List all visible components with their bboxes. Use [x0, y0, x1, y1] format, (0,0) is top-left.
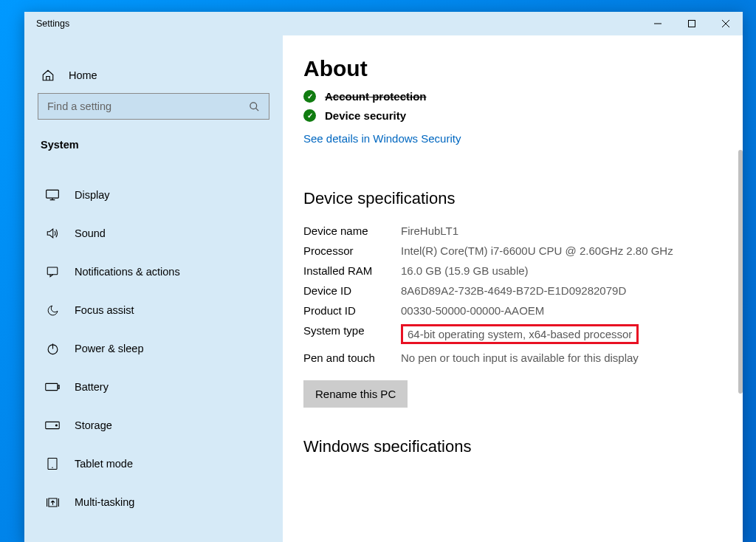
- spec-label-product-id: Product ID: [303, 304, 399, 317]
- security-label: Account protection: [325, 90, 427, 103]
- sidebar-item-notifications[interactable]: Notifications & actions: [38, 253, 269, 291]
- content-area: About ✓ Account protection ✓ Device secu…: [283, 35, 743, 542]
- home-icon: [41, 68, 55, 83]
- storage-icon: [45, 418, 60, 433]
- spec-label-system-type: System type: [303, 324, 399, 344]
- multitask-icon: [45, 495, 60, 510]
- sidebar-item-multitasking[interactable]: Multi-tasking: [38, 483, 269, 521]
- sidebar-heading-system: System: [38, 134, 269, 155]
- sidebar-item-focus-assist[interactable]: Focus assist: [38, 291, 269, 329]
- sidebar: Home System Display: [24, 35, 283, 542]
- spec-label-device-name: Device name: [303, 224, 399, 237]
- svg-point-1: [250, 102, 257, 109]
- spec-value-ram: 16.0 GB (15.9 GB usable): [401, 264, 722, 277]
- sidebar-item-display[interactable]: Display: [38, 176, 269, 214]
- spec-label-pen-touch: Pen and touch: [303, 351, 399, 364]
- home-nav[interactable]: Home: [38, 64, 269, 93]
- sidebar-item-label: Display: [75, 189, 110, 201]
- svg-rect-2: [47, 190, 59, 198]
- svg-point-10: [52, 467, 53, 469]
- sidebar-item-label: Power & sleep: [75, 343, 144, 354]
- maximize-button[interactable]: [675, 12, 709, 35]
- svg-point-8: [55, 425, 57, 426]
- sidebar-item-label: Battery: [75, 381, 109, 393]
- check-icon: ✓: [303, 90, 316, 103]
- sidebar-item-storage[interactable]: Storage: [38, 406, 269, 445]
- svg-rect-6: [58, 385, 60, 389]
- sidebar-item-power-sleep[interactable]: Power & sleep: [38, 329, 269, 368]
- rename-pc-button[interactable]: Rename this PC: [303, 380, 408, 408]
- security-item-account-protection: ✓ Account protection: [303, 89, 722, 103]
- spec-label-processor: Processor: [303, 244, 399, 257]
- sidebar-item-label: Storage: [75, 419, 112, 431]
- power-icon: [45, 341, 60, 356]
- sidebar-item-tablet-mode[interactable]: Tablet mode: [38, 445, 269, 483]
- scrollbar[interactable]: [738, 150, 743, 394]
- see-details-link[interactable]: See details in Windows Security: [303, 132, 461, 145]
- sidebar-item-label: Multi-tasking: [75, 496, 134, 508]
- search-icon: [249, 101, 260, 112]
- tablet-icon: [45, 456, 60, 471]
- settings-window: Settings Home: [24, 12, 743, 542]
- sidebar-item-battery[interactable]: Battery: [38, 368, 269, 406]
- notifications-icon: [45, 264, 60, 279]
- maximize-icon: [688, 20, 695, 27]
- security-label: Device security: [325, 109, 406, 122]
- moon-icon: [45, 303, 60, 318]
- spec-value-device-id: 8A6D89A2-732B-4649-B72D-E1D09282079D: [401, 284, 722, 297]
- titlebar: Settings: [24, 12, 743, 35]
- sidebar-item-sound[interactable]: Sound: [38, 214, 269, 253]
- spec-value-device-name: FireHubLT1: [401, 224, 722, 237]
- sidebar-item-label: Sound: [75, 227, 106, 239]
- svg-rect-0: [689, 21, 695, 27]
- spec-value-pen-touch: No pen or touch input is available for t…: [401, 351, 722, 364]
- device-specifications-table: Device name FireHubLT1 Processor Intel(R…: [303, 224, 722, 364]
- svg-rect-3: [47, 267, 58, 275]
- close-icon: [722, 20, 729, 27]
- check-icon: ✓: [303, 109, 316, 122]
- home-label: Home: [69, 69, 97, 81]
- spec-value-product-id: 00330-50000-00000-AAOEM: [401, 304, 722, 317]
- svg-rect-5: [46, 383, 58, 390]
- spec-label-device-id: Device ID: [303, 284, 399, 297]
- window-title: Settings: [36, 18, 69, 29]
- sidebar-item-label: Tablet mode: [75, 458, 133, 470]
- close-button[interactable]: [709, 12, 743, 35]
- page-title: About: [303, 56, 722, 81]
- spec-value-system-type-highlighted: 64-bit operating system, x64-based proce…: [401, 324, 639, 344]
- window-controls: [641, 12, 743, 35]
- spec-label-ram: Installed RAM: [303, 264, 399, 277]
- search-box[interactable]: [38, 93, 269, 120]
- battery-icon: [45, 380, 60, 394]
- security-item-device-security: ✓ Device security: [303, 109, 722, 122]
- search-input[interactable]: [47, 100, 249, 112]
- nav-list: Display Sound Notifications & actions: [38, 176, 269, 521]
- body-area: Home System Display: [24, 35, 743, 542]
- minimize-icon: [654, 20, 662, 27]
- device-specifications-title: Device specifications: [303, 189, 722, 208]
- display-icon: [45, 188, 60, 202]
- sound-icon: [45, 226, 60, 241]
- sidebar-item-label: Notifications & actions: [75, 266, 180, 278]
- sidebar-item-label: Focus assist: [75, 304, 134, 316]
- spec-value-processor: Intel(R) Core(TM) i7-6600U CPU @ 2.60GHz…: [401, 244, 722, 257]
- windows-specifications-title: Windows specifications: [303, 437, 722, 452]
- minimize-button[interactable]: [641, 12, 675, 35]
